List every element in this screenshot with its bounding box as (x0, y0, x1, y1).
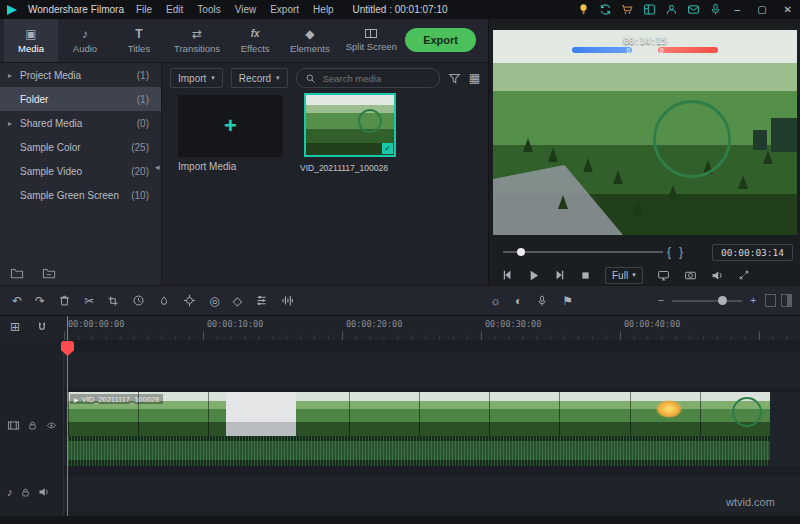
audio-track[interactable] (64, 476, 800, 512)
grid-view-icon[interactable]: ▦ (469, 71, 480, 85)
display-device-icon[interactable] (657, 269, 670, 282)
scene-tree (633, 202, 643, 216)
lock-track-icon[interactable] (27, 420, 38, 431)
chevron-down-icon: ▾ (211, 74, 215, 82)
delete-icon[interactable] (58, 294, 71, 307)
media-clip-thumbnail[interactable]: ✓ (304, 93, 396, 157)
auto-enhance-icon[interactable]: ☼ (490, 294, 501, 308)
tab-audio[interactable]: ♪ Audio (58, 19, 112, 62)
sidebar-item-sample-video[interactable]: Sample Video (20) (0, 159, 161, 183)
account-icon[interactable] (665, 3, 678, 16)
marker-icon[interactable]: ⚑ (562, 294, 573, 308)
snap-magnet-icon[interactable] (36, 320, 48, 334)
sidebar-item-folder[interactable]: Folder (1) (0, 87, 161, 111)
collapse-panel-arrow-icon[interactable]: ◂ (155, 162, 160, 172)
timeline-horizontal-scrollbar[interactable] (0, 516, 800, 524)
tab-effects[interactable]: fx Effects (228, 19, 282, 62)
mark-out-button[interactable]: } (675, 245, 687, 259)
feedback-mail-icon[interactable] (687, 3, 700, 16)
mute-track-icon[interactable] (38, 486, 50, 498)
add-folder-icon[interactable] (10, 267, 24, 279)
menu-edit[interactable]: Edit (164, 4, 185, 15)
titles-icon: T (135, 28, 142, 40)
snapshot-camera-icon[interactable] (684, 269, 697, 282)
menu-tools[interactable]: Tools (195, 4, 222, 15)
filmora-window: Wondershare Filmora File Edit Tools View… (0, 0, 800, 524)
adjust-icon[interactable] (255, 294, 268, 307)
annotation-circle (653, 100, 731, 178)
search-input[interactable] (321, 72, 431, 85)
sidebar-item-sample-color[interactable]: Sample Color (25) (0, 135, 161, 159)
scene-tree (558, 195, 568, 209)
previous-frame-button[interactable] (501, 269, 513, 281)
preview-seek-bar[interactable] (503, 251, 663, 253)
record-voiceover-icon[interactable] (536, 295, 548, 307)
tab-media[interactable]: ▣ Media (4, 19, 58, 62)
preview-quality-dropdown[interactable]: Full ▾ (605, 267, 643, 284)
title-bar: Wondershare Filmora File Edit Tools View… (0, 0, 800, 19)
redo-icon[interactable]: ↷ (35, 294, 45, 308)
fit-timeline-toggle[interactable] (765, 294, 776, 307)
menu-view[interactable]: View (233, 4, 259, 15)
zoom-in-icon[interactable]: + (750, 295, 756, 306)
sidebar-item-project-media[interactable]: ▸ Project Media (1) (0, 63, 161, 87)
play-button[interactable] (527, 269, 540, 282)
maximize-button[interactable]: ▢ (753, 4, 770, 15)
mask-icon[interactable]: ◐ (515, 294, 522, 308)
overlay-red-bar: 0 (658, 47, 718, 53)
voice-mic-icon[interactable] (709, 3, 722, 16)
keyframe-icon[interactable]: ◇ (233, 294, 242, 308)
media-library-panel: Import ▾ Record ▾ ▦ + Import Media ✓ (162, 63, 488, 285)
undo-icon[interactable]: ↶ (12, 294, 22, 308)
empty-track[interactable] (64, 352, 800, 388)
motion-tracking-icon[interactable]: ◎ (209, 294, 219, 308)
export-button[interactable]: Export (405, 28, 476, 52)
speed-icon[interactable] (132, 294, 145, 307)
zoom-out-icon[interactable]: − (658, 295, 664, 306)
lock-track-icon[interactable] (20, 487, 31, 498)
timeline-clip-audio[interactable] (68, 436, 770, 466)
manage-tracks-icon[interactable]: ⊞ (10, 320, 20, 334)
layout-icon[interactable] (643, 3, 656, 16)
pan-zoom-icon[interactable] (183, 294, 196, 307)
record-dropdown[interactable]: Record ▾ (231, 68, 288, 88)
menu-export[interactable]: Export (268, 4, 301, 15)
filter-icon[interactable] (448, 72, 461, 85)
timeline-clip-video[interactable]: ▶ VID_20211117_100028 (68, 392, 770, 436)
crop-icon[interactable] (107, 295, 119, 307)
seek-handle[interactable] (517, 248, 525, 256)
store-cart-icon[interactable] (621, 3, 634, 16)
preview-video[interactable]: 00:14:15 0 0 (493, 30, 797, 235)
whats-new-bulb-icon[interactable] (577, 3, 590, 16)
fullscreen-icon[interactable] (738, 269, 750, 281)
stop-button[interactable] (580, 270, 591, 281)
import-media-tile[interactable]: + (178, 95, 283, 157)
color-chroma-icon[interactable] (158, 295, 170, 307)
minimize-button[interactable]: – (731, 4, 745, 15)
tab-elements[interactable]: ◆ Elements (282, 19, 338, 62)
tab-split-screen[interactable]: Split Screen (338, 19, 405, 62)
mark-in-button[interactable]: { (663, 245, 675, 259)
tab-titles[interactable]: T Titles (112, 19, 166, 62)
search-box[interactable] (296, 68, 440, 88)
volume-icon[interactable] (711, 269, 724, 282)
next-frame-button[interactable] (554, 269, 566, 281)
hide-track-eye-icon[interactable] (45, 420, 58, 431)
sync-icon[interactable] (599, 3, 612, 16)
filmora-logo-icon (6, 4, 18, 16)
audio-mixer-icon[interactable] (281, 294, 294, 307)
timeline-ruler[interactable]: 00:00:00:00 00:00:10:00 00:00:20:00 00:0… (64, 316, 800, 340)
timeline-zoom-slider[interactable] (672, 300, 742, 302)
zoom-slider-handle[interactable] (718, 296, 727, 305)
menu-file[interactable]: File (134, 4, 154, 15)
sidebar-item-shared-media[interactable]: ▸ Shared Media (0) (0, 111, 161, 135)
tab-transitions[interactable]: ⇄ Transitions (166, 19, 228, 62)
scene-tree (583, 158, 593, 172)
import-dropdown[interactable]: Import ▾ (170, 68, 223, 88)
transitions-icon: ⇄ (192, 28, 202, 40)
panel-layout-toggle[interactable] (781, 294, 792, 307)
delete-folder-icon[interactable] (42, 267, 56, 279)
close-button[interactable]: ✕ (780, 4, 796, 15)
sidebar-item-sample-green-screen[interactable]: Sample Green Screen (10) (0, 183, 161, 207)
split-scissors-icon[interactable]: ✂ (84, 294, 94, 308)
